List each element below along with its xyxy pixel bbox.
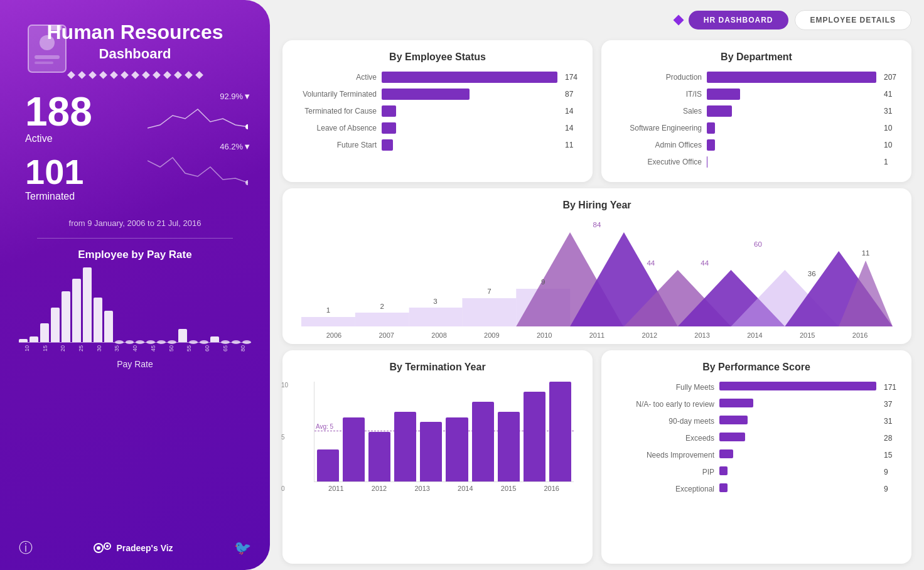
term-bar-area: Avg: 5 — [314, 382, 574, 482]
terminated-count: 101 — [25, 154, 144, 190]
hbar-fill — [707, 72, 876, 83]
y-label: 10 — [281, 382, 288, 389]
logo-icon — [94, 541, 112, 555]
svg-marker-13 — [409, 308, 463, 326]
term-bar — [446, 417, 468, 481]
hbar-fill — [719, 466, 728, 475]
hbar-fill — [707, 122, 715, 134]
employee-details-btn[interactable]: EMPLOYEE DETAILS — [795, 10, 911, 30]
twitter-icon[interactable]: 🐦 — [234, 540, 251, 556]
svg-point-5 — [245, 124, 248, 129]
svg-point-1 — [40, 35, 55, 50]
term-bar — [549, 382, 571, 481]
info-icon[interactable]: ⓘ — [19, 539, 33, 557]
term-bar — [394, 412, 416, 481]
bar-item — [104, 311, 113, 342]
svg-point-8 — [97, 546, 100, 550]
hbar-track — [719, 449, 876, 461]
hbar-value: 11 — [565, 141, 580, 149]
hbar-track — [382, 72, 557, 83]
termination-year-card: By Termination Year 10 5 0 Avg: 5 — [282, 350, 593, 564]
hbar-value: 15 — [884, 451, 899, 460]
hbar-value: 87 — [565, 90, 580, 99]
y-label: 0 — [281, 485, 288, 492]
hbar-fill — [707, 156, 707, 168]
terminated-label: Terminated — [25, 191, 144, 202]
hbar-value: 14 — [565, 124, 580, 132]
hbar-fill — [382, 72, 557, 83]
x-label: 35 — [114, 340, 120, 357]
hbar-label: 90-day meets — [614, 417, 714, 426]
hbar-value: 10 — [884, 124, 899, 132]
hbar-label: Software Engineering — [614, 124, 702, 132]
hbar-value: 28 — [884, 434, 899, 443]
top-nav: HR DASHBOARD EMPLOYEE DETAILS — [282, 6, 911, 34]
svg-marker-14 — [462, 298, 516, 326]
status-bar-row: Voluntarily Terminated 87 — [295, 89, 580, 100]
hiring-year-labels: 2006 2007 2008 2009 2010 2011 2012 2013 … — [301, 329, 893, 339]
stats-area: 188 Active 101 Terminated 92.9%▼ 46.2%▼ — [13, 85, 257, 212]
svg-text:9: 9 — [541, 278, 545, 286]
x-label: 60 — [204, 340, 210, 357]
hbar-value: 1 — [884, 158, 899, 166]
hbar-label: Sales — [614, 107, 702, 116]
hbar-value: 31 — [884, 107, 899, 116]
year-label: 2010 — [537, 331, 552, 339]
hbar-value: 14 — [565, 107, 580, 116]
dept-bar-row: Software Engineering 10 — [614, 122, 899, 134]
hbar-fill — [719, 416, 748, 424]
payrate-chart: 10 15 20 25 30 35 40 45 50 55 60 65 80 P… — [13, 267, 257, 369]
hbar-fill — [719, 399, 753, 407]
hbar-track — [707, 105, 876, 117]
svg-text:44: 44 — [701, 259, 709, 267]
hbar-track — [707, 139, 876, 151]
hbar-label: Admin Offices — [614, 141, 702, 149]
dept-bar-row: IT/IS 41 — [614, 89, 899, 100]
hbar-label: PIP — [614, 468, 714, 476]
hbar-label: Terminated for Cause — [295, 107, 377, 116]
hbar-value: 10 — [884, 141, 899, 149]
status-bars: Active 174 Voluntarily Terminated 87 Ter… — [295, 72, 580, 151]
performance-card: By Performance Score Fully Meets 171 N/A… — [601, 350, 911, 564]
term-bar — [368, 432, 390, 482]
brand-logo: Pradeep's Viz — [94, 541, 173, 555]
hbar-value: 31 — [884, 417, 899, 426]
hbar-fill — [382, 89, 470, 100]
hbar-value: 37 — [884, 400, 899, 409]
x-label: 80 — [240, 340, 246, 357]
term-bar — [524, 392, 545, 481]
svg-text:2: 2 — [380, 303, 384, 310]
status-bar-row: Future Start 11 — [295, 139, 580, 151]
dept-bars: Production 207 IT/IS 41 Sales 31 Softwar… — [614, 72, 899, 168]
hbar-value: 41 — [884, 90, 899, 99]
svg-text:84: 84 — [593, 221, 601, 229]
hiring-chart-svg: 1 2 3 7 9 84 44 44 60 36 11 — [301, 220, 893, 326]
brand-name: Pradeep's Viz — [116, 543, 173, 553]
terminated-sparkline — [148, 148, 248, 186]
x-label: 50 — [168, 340, 174, 357]
svg-text:44: 44 — [647, 259, 655, 267]
hbar-label: IT/IS — [614, 90, 702, 99]
bar-item — [40, 323, 49, 342]
avg-label: Avg: 5 — [316, 423, 333, 430]
hbar-fill — [719, 382, 876, 390]
hbar-track — [382, 122, 557, 134]
dept-bar-row: Production 207 — [614, 72, 899, 83]
perf-bar-row: Exceeds 28 — [614, 433, 899, 444]
term-bar — [472, 402, 494, 481]
year-label: 2007 — [379, 331, 394, 339]
x-label: 40 — [132, 340, 138, 357]
year-label: 2009 — [484, 331, 499, 339]
hr-dashboard-btn[interactable]: HR DASHBOARD — [689, 11, 788, 30]
hbar-fill — [382, 139, 393, 151]
hbar-value: 9 — [884, 468, 899, 476]
x-label: 10 — [24, 340, 30, 357]
year-label: 2016 — [852, 331, 868, 339]
x-label: 65 — [222, 340, 228, 357]
hbar-track — [719, 433, 876, 444]
hbar-fill — [719, 433, 745, 441]
payrate-x-labels: 10 15 20 25 30 35 40 45 50 55 60 65 80 — [19, 343, 251, 354]
hbar-track — [719, 399, 876, 410]
date-range: from 9 January, 2006 to 21 Jul, 2016 — [69, 218, 201, 228]
payrate-bars — [19, 267, 251, 343]
